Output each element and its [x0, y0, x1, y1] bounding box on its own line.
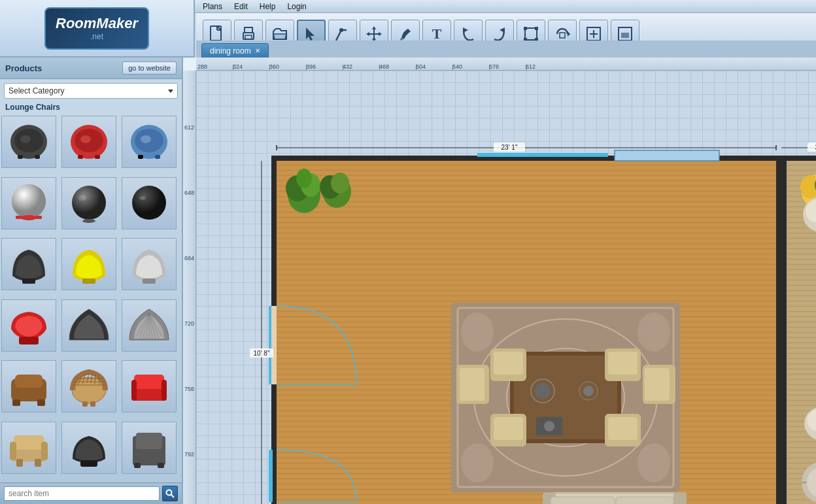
plant-1-top2	[296, 169, 312, 188]
menu-edit[interactable]: Edit	[234, 2, 248, 11]
room-svg: 23' 1" 3' 10" 10' 8" 10' 6" 23' 2" 3' 10…	[196, 71, 816, 504]
search-input[interactable]	[4, 486, 160, 501]
svg-point-49	[78, 195, 86, 201]
ruler-tick-1	[233, 65, 233, 70]
text-icon-label: T	[432, 25, 442, 42]
product-12[interactable]	[122, 299, 177, 352]
svg-point-30	[20, 135, 31, 143]
svg-point-44	[12, 184, 46, 218]
menu-plans[interactable]: Plans	[203, 2, 222, 11]
products-grid	[0, 114, 182, 482]
svg-rect-54	[82, 278, 95, 284]
ruler-top: 288 324 360 396 432 468 504 540 576 612	[196, 58, 816, 71]
ruler-tick-2	[269, 65, 270, 70]
ruler-mark-576: 576	[489, 63, 499, 70]
svg-rect-55	[143, 278, 156, 284]
svg-marker-15	[500, 27, 505, 33]
svg-rect-18	[535, 27, 538, 30]
menu-help[interactable]: Help	[260, 2, 276, 11]
product-13[interactable]	[1, 360, 56, 412]
wall-highlight-left-bottom	[269, 450, 273, 502]
svg-rect-84	[131, 380, 137, 401]
tab-dining-room[interactable]: dining room ✕	[201, 43, 269, 58]
wall-right-main	[776, 156, 781, 504]
plant-2-top	[331, 173, 349, 193]
ruler-tick-8	[489, 65, 490, 70]
product-7[interactable]	[1, 238, 56, 290]
window-top	[615, 150, 719, 161]
product-4[interactable]	[1, 177, 56, 229]
ruler-tick-5	[379, 65, 380, 70]
ruler-mark-288: 288	[197, 63, 207, 70]
chair-left-seat	[460, 368, 484, 401]
ruler-mark-612: 612	[526, 63, 536, 70]
logo-area: RoomMaker .net	[0, 0, 195, 58]
search-button[interactable]	[162, 486, 178, 501]
svg-rect-92	[80, 460, 97, 467]
ruler-mark-360: 360	[269, 63, 279, 70]
ruler-mark-396: 396	[306, 63, 316, 70]
svg-marker-10	[372, 26, 376, 29]
svg-marker-21	[568, 31, 570, 37]
canvas-area: 288 324 360 396 432 468 504 540 576 612 …	[183, 58, 816, 504]
logo-sub-text: .net	[90, 32, 103, 41]
svg-rect-4	[245, 27, 252, 33]
svg-rect-85	[162, 380, 167, 401]
svg-point-35	[80, 135, 91, 143]
product-14[interactable]	[61, 360, 116, 412]
rug-ornament-br	[638, 443, 670, 482]
svg-point-45	[21, 215, 37, 220]
ruler-mark-684: 684	[183, 255, 196, 261]
product-18[interactable]	[122, 422, 177, 474]
product-5[interactable]	[61, 177, 116, 229]
svg-rect-94	[136, 433, 162, 449]
product-2[interactable]	[61, 116, 116, 168]
svg-rect-87	[14, 435, 44, 450]
product-3[interactable]	[122, 116, 177, 168]
product-11[interactable]	[61, 299, 116, 352]
product-8[interactable]	[61, 238, 116, 290]
ruler-mark-540: 540	[452, 63, 462, 70]
svg-rect-22	[560, 33, 565, 38]
svg-rect-96	[158, 463, 164, 468]
goto-website-btn[interactable]: go to website	[122, 61, 177, 75]
svg-point-40	[141, 135, 151, 143]
menu-login[interactable]: Login	[287, 2, 306, 11]
sofa-cushion-2	[616, 497, 673, 504]
ruler-mark-720: 720	[183, 320, 196, 327]
svg-point-97	[167, 490, 172, 496]
ruler-mark-756: 756	[183, 386, 196, 392]
dining-table-top	[514, 356, 617, 439]
ruler-mark-432: 432	[343, 63, 352, 70]
svg-rect-37	[95, 155, 100, 159]
svg-rect-90	[16, 459, 23, 467]
product-1[interactable]	[1, 116, 56, 168]
product-10[interactable]	[1, 299, 56, 352]
sidebar-header: Products go to website	[0, 58, 182, 79]
table-item-3b	[544, 421, 554, 431]
product-9[interactable]	[122, 238, 177, 290]
product-6[interactable]	[122, 177, 177, 229]
chair-right-seat	[645, 368, 670, 401]
svg-rect-32	[35, 155, 40, 159]
svg-rect-31	[18, 155, 23, 159]
svg-rect-81	[90, 401, 95, 407]
svg-rect-91	[35, 459, 41, 467]
table-item-2b	[583, 386, 594, 396]
sofa-arm-right	[673, 492, 687, 504]
category-select[interactable]: Select Category Lounge Chairs Sofas Tabl…	[4, 83, 178, 99]
svg-marker-13	[379, 32, 382, 36]
svg-rect-69	[37, 399, 45, 406]
svg-rect-46	[16, 216, 22, 219]
svg-rect-95	[134, 463, 141, 468]
product-16[interactable]	[1, 422, 56, 474]
ruler-tick-6	[416, 65, 416, 70]
ruler-left: 612 648 684 720 756 792	[183, 71, 196, 504]
tab-close-btn[interactable]: ✕	[255, 47, 260, 54]
svg-point-50	[82, 219, 95, 223]
measure-left-label: 10' 8"	[254, 350, 270, 357]
chair-bottom-left-seat	[494, 417, 523, 440]
product-17[interactable]	[61, 422, 116, 474]
product-15[interactable]	[122, 360, 177, 412]
svg-rect-67	[15, 375, 42, 388]
